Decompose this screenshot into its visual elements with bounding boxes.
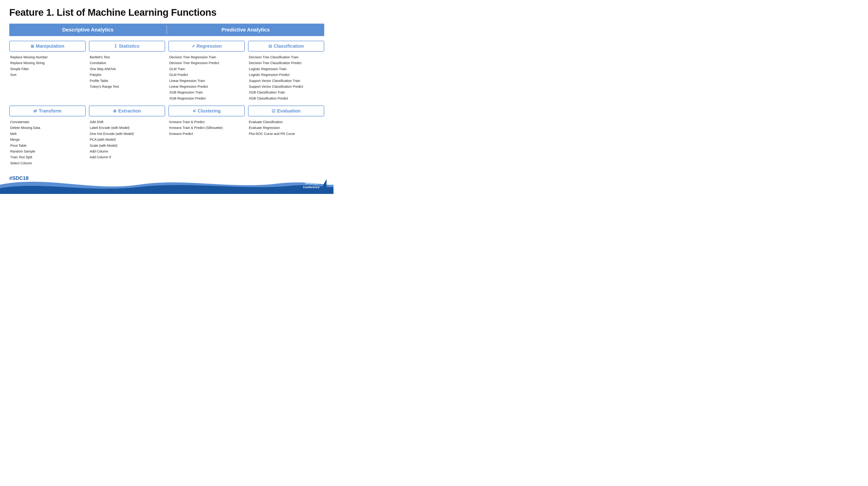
list-item: Random Sample [10,149,85,154]
manipulation-label: Manipulation [36,43,64,49]
clustering-items: Kmeans Train & PredictKmeans Train & Pre… [168,119,245,137]
regression-icon: ↗ [191,44,195,49]
category-header-clustering: ✕Clustering [168,105,245,117]
list-item: Support Vector Classification Train [249,78,323,84]
list-item: Concatenate [10,119,85,125]
category-header-statistics: ΣStatistics [89,41,165,52]
list-item: Bartlett's Test [90,54,164,60]
manipulation-items: Replace Missing NumberReplace Missing St… [9,54,86,78]
classification-icon: ⊟ [269,44,272,49]
list-item: Evaluate Classification [249,119,323,125]
list-item: Evaluate Regression [249,125,323,131]
list-item: Replace Missing Number [10,54,85,60]
category-card-transform: ⇄TransformConcatenateDelete Missing Data… [9,105,86,166]
hashtag: #SDC18 [9,175,29,181]
category-card-regression: ↗RegressionDecision Tree Regression Trai… [168,41,245,101]
list-item: Train Test Split [10,154,85,160]
list-item: Replace Missing String [10,60,85,66]
list-item: One Hot Encode (with Model) [90,131,164,137]
list-item: Label Encode (with Model) [90,125,164,131]
evaluation-items: Evaluate ClassificationEvaluate Regressi… [248,119,324,137]
page: Feature 1. List of Machine Learning Func… [0,0,334,194]
list-item: PCA (with Model) [90,137,164,142]
list-item: Add Shift [90,119,164,125]
list-item: Pairplot [90,72,164,78]
manipulation-icon: ⊞ [31,44,34,49]
list-item: Kmeans Train & Predict (Silhouette) [169,125,244,131]
list-item: Delete Missing Data [10,125,85,131]
evaluation-icon: ☑ [272,108,275,114]
sdc-triangle-icon [321,179,327,188]
list-item: Sort [10,72,85,78]
list-item: GLM Train [169,66,244,72]
list-item: Kmeans Train & Predict [169,119,244,125]
regression-items: Decision Tree Regression TrainDecision T… [168,54,245,101]
statistics-icon: Σ [115,44,117,48]
category-card-evaluation: ☑EvaluationEvaluate ClassificationEvalua… [248,105,324,166]
classification-label: Classification [274,43,304,49]
regression-label: Regression [197,43,222,49]
clustering-label: Clustering [198,108,221,114]
list-item: One Way ANOVA [90,66,164,72]
list-item: Merge [10,137,85,142]
bottom-wave [0,173,334,194]
category-header-classification: ⊟Classification [248,41,324,52]
category-header-manipulation: ⊞Manipulation [9,41,86,52]
sdc-badge: SAMSUNG Developer Conference [303,177,327,189]
list-item: Kmeans Predict [169,131,244,137]
transform-items: ConcatenateDelete Missing DataMeltMergeP… [9,119,86,166]
list-item: Select Column [10,160,85,166]
analytics-header: Descriptive Analytics Predictive Analyti… [9,24,324,36]
list-item: Decision Tree Regression Predict [169,60,244,66]
list-item: Add Column If [90,154,164,160]
extraction-icon: ⊕ [113,108,117,114]
list-item: Scale (with Model) [90,143,164,149]
list-item: Support Vector Classification Predict [249,84,323,90]
extraction-items: Add ShiftLabel Encode (with Model)One Ho… [89,119,165,160]
category-card-clustering: ✕ClusteringKmeans Train & PredictKmeans … [168,105,245,166]
list-item: Decision Tree Classification Train [249,54,323,60]
list-item: Melt [10,131,85,137]
transform-icon: ⇄ [33,108,37,114]
list-item: Pivot Table [10,143,85,149]
list-item: Linear Regression Train [169,78,244,84]
category-header-transform: ⇄Transform [9,105,86,117]
statistics-items: Bartlett's TestCorrelationOne Way ANOVAP… [89,54,165,90]
category-header-regression: ↗Regression [168,41,245,52]
list-item: Simple Filter [10,66,85,72]
list-item: Decision Tree Regression Train [169,54,244,60]
extraction-label: Extraction [118,108,141,114]
list-item: Logistic Regression Train [249,66,323,72]
list-item: Linear Regression Predict [169,84,244,90]
sdc-logo-text: SAMSUNG Developer Conference [303,177,319,189]
statistics-label: Statistics [119,43,140,49]
category-header-evaluation: ☑Evaluation [248,105,324,117]
list-item: Plot ROC Curve and PR Curve [249,131,323,137]
predictive-analytics-header: Predictive Analytics [167,24,324,36]
list-item: GLM Predict [169,72,244,78]
list-item: XGB Regression Train [169,90,244,95]
page-title: Feature 1. List of Machine Learning Func… [9,7,324,18]
descriptive-analytics-header: Descriptive Analytics [9,24,166,36]
clustering-icon: ✕ [192,108,196,114]
list-item: Logistic Regression Predict [249,72,323,78]
categories-grid: ⊞ManipulationReplace Missing NumberRepla… [9,41,324,166]
transform-label: Transform [39,108,61,114]
evaluation-label: Evaluation [277,108,301,114]
category-card-statistics: ΣStatisticsBartlett's TestCorrelationOne… [89,41,165,101]
list-item: XGB Classification Train [249,90,323,95]
list-item: XGB Classification Predict [249,96,323,101]
list-item: Add Column [90,149,164,154]
list-item: XGB Regression Predict [169,96,244,101]
category-card-extraction: ⊕ExtractionAdd ShiftLabel Encode (with M… [89,105,165,166]
category-card-manipulation: ⊞ManipulationReplace Missing NumberRepla… [9,41,86,101]
category-card-classification: ⊟ClassificationDecision Tree Classificat… [248,41,324,101]
category-header-extraction: ⊕Extraction [89,105,165,117]
list-item: Tukey's Range Test [90,84,164,90]
classification-items: Decision Tree Classification TrainDecisi… [248,54,324,101]
list-item: Correlation [90,60,164,66]
list-item: Decision Tree Classification Predict [249,60,323,66]
list-item: Profile Table [90,78,164,84]
